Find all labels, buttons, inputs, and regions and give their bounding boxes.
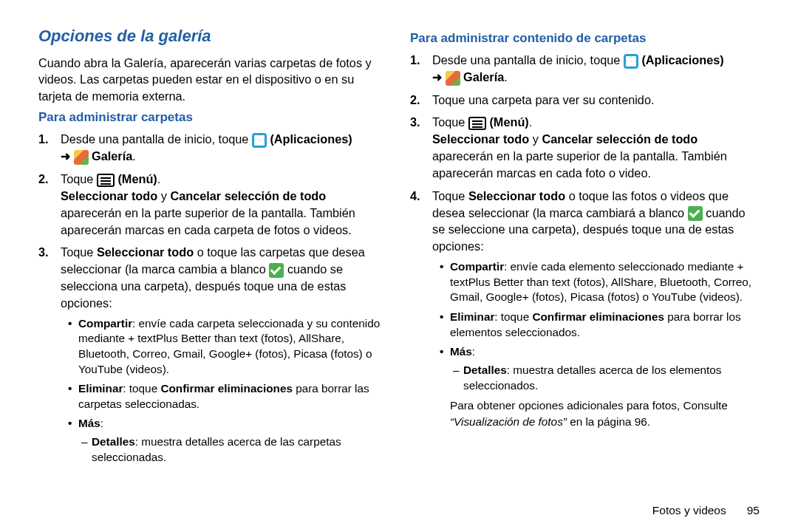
step-text: Toque una carpeta para ver su contenido. xyxy=(432,93,655,106)
section1-list: 1. Desde una pantalla de inicio, toque (… xyxy=(38,131,388,465)
bullet-share: Compartir: envíe cada elemento seleccion… xyxy=(450,259,760,305)
page-title: Opciones de la galería xyxy=(38,27,388,46)
bullet-share: Compartir: envíe cada carpeta selecciona… xyxy=(78,316,388,378)
period: . xyxy=(132,149,136,163)
section2-list: 1. Desde una pantalla de inicio, toque (… xyxy=(410,52,760,429)
two-column-layout: Opciones de la galería Cuando abra la Ga… xyxy=(38,27,760,501)
options-bullets: Compartir: envíe cada elemento seleccion… xyxy=(432,259,760,393)
apps-icon xyxy=(252,133,267,148)
step-text: Toque xyxy=(61,172,97,185)
apps-label: (Aplicaciones) xyxy=(270,132,352,146)
apps-icon xyxy=(624,54,638,69)
step-number: 1. xyxy=(410,52,420,69)
select-all-label: Seleccionar todo xyxy=(432,132,529,146)
gallery-icon xyxy=(446,71,460,86)
period: . xyxy=(529,115,533,129)
dash-details: Detalles: muestra detalles acerca de las… xyxy=(92,434,388,466)
and-text: y xyxy=(529,132,542,146)
delete-label: Eliminar xyxy=(78,382,123,395)
footer-page-number: 95 xyxy=(747,504,760,517)
right-column: Para administrar contenido de carpetas 1… xyxy=(410,27,760,501)
check-icon xyxy=(688,206,703,221)
confirm-delete-label: Confirmar eliminaciones xyxy=(160,382,293,395)
step-text: Toque xyxy=(432,115,468,129)
footer-section-name: Fotos y videos xyxy=(652,504,726,517)
bullet-delete: Eliminar: toque Confirmar eliminaciones … xyxy=(78,381,388,412)
share-label: Compartir xyxy=(450,260,504,273)
period: . xyxy=(504,70,508,83)
more-sublist: Detalles: muestra detalles acerca de los… xyxy=(450,363,760,394)
endnote-ref: “Visualización de fotos” xyxy=(450,415,567,428)
select-all-inline: Seleccionar todo xyxy=(97,245,194,259)
step-text: Toque xyxy=(61,245,97,259)
step-text: Desde una pantalla de inicio, toque xyxy=(61,132,252,146)
step-text: Toque xyxy=(432,189,468,202)
details-label: Detalles xyxy=(463,364,507,376)
endnote-text2: en la página 96. xyxy=(570,415,650,428)
menu-label: (Menú) xyxy=(489,115,528,129)
confirm-delete-label: Confirmar eliminaciones xyxy=(532,310,664,323)
endnote-text1: Para obtener opciones adicionales para f… xyxy=(450,399,728,412)
page-footer: Fotos y videos 95 xyxy=(38,501,760,517)
gallery-label: Galería xyxy=(92,149,132,163)
step-number: 3. xyxy=(410,114,420,131)
dash-details: Detalles: muestra detalles acerca de los… xyxy=(463,363,760,394)
details-label: Detalles xyxy=(92,435,135,448)
delete-text1: : toque xyxy=(123,382,160,395)
more-label: Más xyxy=(78,417,100,429)
list-item: 1. Desde una pantalla de inicio, toque (… xyxy=(61,131,388,165)
bullet-delete: Eliminar: toque Confirmar eliminaciones … xyxy=(450,310,760,340)
select-all-inline: Seleccionar todo xyxy=(468,189,565,202)
end-note: Para obtener opciones adicionales para f… xyxy=(432,398,760,429)
and-text: y xyxy=(157,189,170,202)
deselect-all-label: Cancelar selección de todo xyxy=(170,189,326,202)
step-number: 2. xyxy=(410,92,420,109)
left-column: Opciones de la galería Cuando abra la Ga… xyxy=(38,27,388,501)
list-item: 4. Toque Seleccionar todo o toque las fo… xyxy=(432,188,760,430)
deselect-all-label: Cancelar selección de todo xyxy=(542,132,698,146)
list-item: 2. Toque (Menú). Seleccionar todo y Canc… xyxy=(61,171,388,238)
check-icon xyxy=(269,263,284,278)
arrow-icon: ➜ xyxy=(61,149,70,163)
list-item: 2. Toque una carpeta para ver su conteni… xyxy=(432,92,760,109)
period: . xyxy=(157,172,161,185)
step-number: 3. xyxy=(38,244,49,261)
bullet-more: Más: Detalles: muestra detalles acerca d… xyxy=(450,344,760,393)
list-item: 3. Toque (Menú). Seleccionar todo y Canc… xyxy=(432,114,760,181)
step-text: Desde una pantalla de inicio, toque xyxy=(432,53,624,66)
step-number: 4. xyxy=(410,188,420,205)
arrow-icon: ➜ xyxy=(432,70,442,83)
step-number: 1. xyxy=(38,131,49,148)
list-item: 1. Desde una pantalla de inicio, toque (… xyxy=(432,52,760,86)
more-label: Más xyxy=(450,345,472,358)
menu-icon xyxy=(97,174,115,187)
delete-text1: : toque xyxy=(494,310,532,323)
section1-heading: Para administrar carpetas xyxy=(38,110,388,125)
section2-heading: Para administrar contenido de carpetas xyxy=(410,31,760,46)
select-all-label: Seleccionar todo xyxy=(61,189,157,202)
gallery-label: Galería xyxy=(463,70,504,83)
delete-label: Eliminar xyxy=(450,310,494,323)
share-label: Compartir xyxy=(78,317,132,330)
step-number: 2. xyxy=(38,171,49,188)
after-text: aparecerán en la parte superior de la pa… xyxy=(432,149,727,180)
bullet-more: Más: Detalles: muestra detalles acerca d… xyxy=(78,416,388,465)
after-text: aparecerán en la parte superior de la pa… xyxy=(61,206,355,236)
menu-label: (Menú) xyxy=(117,172,157,185)
options-bullets: Compartir: envíe cada carpeta selecciona… xyxy=(61,316,388,466)
intro-paragraph: Cuando abra la Galería, aparecerán varia… xyxy=(38,55,388,104)
apps-label: (Aplicaciones) xyxy=(641,53,723,66)
list-item: 3. Toque Seleccionar todo o toque las ca… xyxy=(61,244,388,465)
gallery-icon xyxy=(74,150,89,165)
menu-icon xyxy=(468,117,486,130)
more-sublist: Detalles: muestra detalles acerca de las… xyxy=(78,434,388,466)
